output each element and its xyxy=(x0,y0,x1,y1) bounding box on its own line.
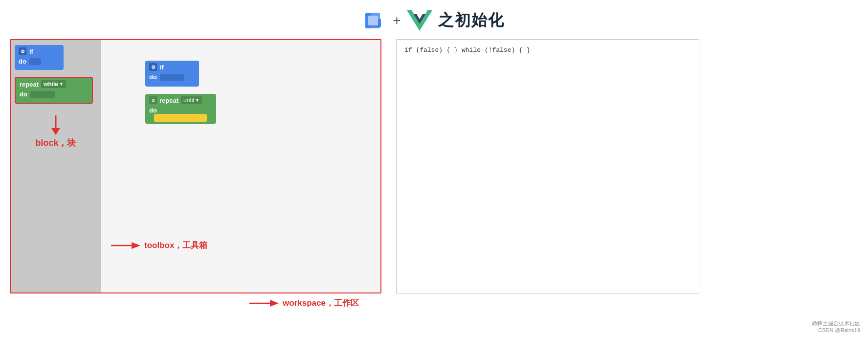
code-panel: if (false) { } while (!false) { } xyxy=(396,39,699,293)
main-content: ⚙ if do repeat while ▼ do xyxy=(0,39,868,298)
workspace-area: ⚙ if do ⚙ repeat until ▼ xyxy=(101,40,380,292)
if-block[interactable]: ⚙ if do xyxy=(15,45,64,70)
toolbox-area: ⚙ if do repeat while ▼ do xyxy=(11,40,101,292)
workspace-do-label-2: do xyxy=(149,107,157,114)
workspace-inner-slot xyxy=(154,114,207,122)
workspace-label: workspace，工作区 xyxy=(283,297,359,309)
dropdown-arrow-icon: ▼ xyxy=(59,82,64,87)
toolbox-arrow-label: toolbox，工具箱 xyxy=(111,240,207,251)
svg-rect-3 xyxy=(368,16,378,25)
toolbox-arrow-icon xyxy=(111,241,140,250)
while-dropdown[interactable]: while ▼ xyxy=(41,80,66,88)
until-label: until xyxy=(183,97,194,104)
page-title: 之初始化 xyxy=(438,10,505,31)
plus-sign: + xyxy=(393,13,401,28)
workspace-arrow-container: workspace，工作区 xyxy=(249,297,359,309)
toolbox-label: toolbox，工具箱 xyxy=(144,240,207,251)
gear-icon: ⚙ xyxy=(19,47,26,55)
workspace-if-block[interactable]: ⚙ if do xyxy=(145,61,199,87)
footer-line2: CSDN @Rains19 xyxy=(812,327,860,333)
blockly-panel: ⚙ if do repeat while ▼ do xyxy=(10,39,381,293)
repeat-label: repeat xyxy=(20,81,39,88)
do-label-2: do xyxy=(20,90,27,98)
do-label: do xyxy=(19,58,26,65)
down-arrow-icon xyxy=(50,115,61,135)
workspace-do-label: do xyxy=(149,73,157,81)
workspace-do-slot xyxy=(160,74,184,81)
repeat-do-slot xyxy=(30,91,55,98)
footer-line1: @稀土掘金技术社区 xyxy=(812,320,860,327)
blockly-icon xyxy=(363,9,387,32)
workspace-arrow-icon xyxy=(249,299,279,308)
svg-marker-11 xyxy=(270,300,279,307)
svg-marker-9 xyxy=(132,242,140,249)
footer: @稀土掘金技术社区 CSDN @Rains19 xyxy=(812,320,860,333)
workspace-gear-icon-2: ⚙ xyxy=(149,96,157,104)
svg-marker-7 xyxy=(51,128,60,135)
workspace-repeat-block[interactable]: ⚙ repeat until ▼ do xyxy=(145,94,216,124)
while-label: while xyxy=(44,81,58,88)
until-dropdown[interactable]: until ▼ xyxy=(181,96,202,104)
workspace-if-label: if xyxy=(160,64,164,71)
code-output: if (false) { } while (!false) { } xyxy=(404,46,530,54)
do-slot xyxy=(29,58,41,65)
workspace-repeat-label: repeat xyxy=(159,97,178,104)
block-label: block，块 xyxy=(35,137,76,149)
if-label: if xyxy=(29,48,33,55)
page-header: + 之初始化 xyxy=(0,0,868,39)
vue-icon xyxy=(407,10,432,31)
workspace-gear-icon: ⚙ xyxy=(149,63,157,71)
dropdown-arrow-icon-2: ▼ xyxy=(195,98,200,103)
repeat-while-block[interactable]: repeat while ▼ do xyxy=(15,77,93,104)
